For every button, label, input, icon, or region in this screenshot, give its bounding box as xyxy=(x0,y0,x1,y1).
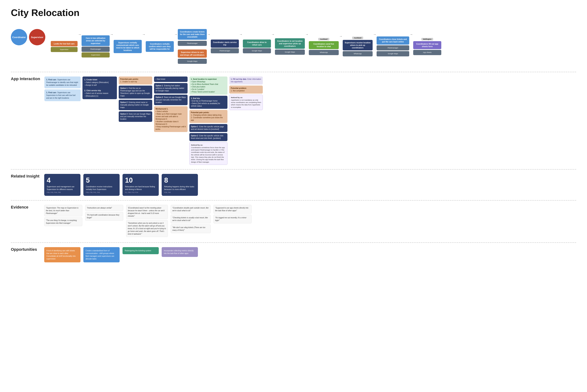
step-sup-receive: Auckland Supervisors receive location wh… xyxy=(343,37,373,56)
ai-findcars-2: 1. Find cars Supervisors use Supervision… xyxy=(44,90,81,101)
insight-card-8: 8 Refueling happens during other tasks b… xyxy=(162,174,198,196)
ai-pain-fill: Potential problem:1. Not completed xyxy=(229,86,263,94)
ai-fill-out: 1. Fill out trip data Enter information … xyxy=(229,76,263,84)
opp-3: Redesigning the ticketing system xyxy=(122,247,159,254)
evidence-section: Evidence "Supervision: The map on Superv… xyxy=(11,205,576,238)
insight-refs-5: F36, F38, F41, F43 xyxy=(86,192,117,193)
separator-2 xyxy=(11,169,576,170)
create-tickets-sub: Fleetmanager xyxy=(178,41,207,46)
arrow-7: → xyxy=(271,33,275,36)
ai-findcars-1: 1. Find cars Supervisors use Fleetmanage… xyxy=(44,76,81,88)
ai-noticed-1: Noticed by us:Coordinators sometimes for… xyxy=(189,142,227,165)
opp-4: Incorporate collecting metrics directly … xyxy=(162,247,198,257)
ev-q4-2: "Checking tickets is usually a last reso… xyxy=(171,215,211,224)
low-fuel-box: Looks for low fuel cars xyxy=(51,41,77,46)
ev-q2-2: "It's hard with coordinators because the… xyxy=(85,212,123,221)
refuel-sub: Google Maps xyxy=(243,48,271,54)
ev-q5-1: "Supposed to use app sheets directly int… xyxy=(213,205,252,214)
ai-end-trip: 1. End trip• End trip on Fleetmanager ho… xyxy=(189,96,227,109)
ai-start-opt2: Option 2 Does not use Google Maps and ju… xyxy=(154,95,188,105)
insight-number-5: 5 xyxy=(86,176,117,184)
opp-1: A tool of identifying cars with tickets … xyxy=(44,247,80,262)
step-sup-verbally: Supervisors verbally communicate which c… xyxy=(114,40,142,53)
section-label-ai: App Interaction xyxy=(11,76,40,81)
ai-col-findcars: 1. Find cars Supervisors use Fleetmanage… xyxy=(44,76,81,101)
ev-col-3: "[Coordinator] wasn't at the meeting pla… xyxy=(126,205,168,238)
step-coord-verbally: Coordinators verbally confirm which cars… xyxy=(146,41,174,52)
fill-out-box: Coordinators fill out app sheets form xyxy=(413,41,441,49)
insight-refs-4: F38, F43, F44, F45 xyxy=(47,192,78,193)
ev-q3-1: "[Coordinator] wasn't at the meeting pla… xyxy=(126,205,168,219)
section-label-ev: Evidence xyxy=(11,205,40,210)
arrow-11: → xyxy=(410,33,413,36)
step-service-trip: Coordinator starts service trip Fleetman… xyxy=(211,40,239,53)
ev-q3-2: "Sometimes when you try and unlock a car… xyxy=(126,220,168,237)
separator-1 xyxy=(11,72,576,72)
sup-receive-box: Supervisors receive location where to pi… xyxy=(343,40,373,50)
sup-receive-sub: WhatsApp xyxy=(343,51,373,56)
related-insight-section: Related Insight 4 Supervisors and manage… xyxy=(11,174,576,196)
insight-number-10: 10 xyxy=(125,176,156,184)
supervisor-actor: Supervisor xyxy=(29,29,45,45)
insight-desc-5: Coordinators receive instructions verbal… xyxy=(86,185,117,191)
insight-card-5: 5 Coordinators receive instructions verb… xyxy=(83,174,120,196)
step-create-tickets: Coordinators create tickets for the cars… xyxy=(178,29,207,64)
arrow-1: → xyxy=(78,33,81,36)
ai-col-painpoints: Potential pain points:1. Unable to start… xyxy=(119,76,152,122)
ai-send-location: 1. Send location to supervisor • Open Wh… xyxy=(189,76,227,95)
step-low-fuel: Looks for low fuel cars Supervision xyxy=(51,41,77,52)
step-refuel: Coordinators drive to refuel cars Google… xyxy=(243,40,271,53)
ai-start-ticket: • Start ticket xyxy=(154,76,188,82)
ai-option1: Option 1 Find the car on Fleetmanager ap… xyxy=(119,86,152,99)
cars-util-sub1: Fleetmanager xyxy=(81,46,110,52)
opportunity-items: A tool of identifying cars with tickets … xyxy=(44,247,198,262)
send-live-box: Coordinators send live location to chat xyxy=(309,41,339,49)
ev-col-5: "Supposed to use app sheets directly int… xyxy=(213,205,252,224)
ev-col-2: "Instructions are always verbal" "It's h… xyxy=(85,205,123,222)
close-tickets-sub1: Fleetmanager xyxy=(377,45,409,50)
insight-desc-10: Relocations are hard because finding and… xyxy=(125,185,156,191)
ev-col-4: "Coordinators double park outside resort… xyxy=(171,205,211,234)
close-tickets-sub2: Google Maps xyxy=(377,51,409,56)
insight-cards: 4 Supervisors and management use Supervi… xyxy=(44,174,198,196)
refuel-box: Coordinators drive to refuel cars xyxy=(243,40,271,48)
step-send-live: Auckland Coordinators send live location… xyxy=(309,38,339,55)
coordinator-actor: Coordinator xyxy=(11,29,27,45)
flow-steps: Looks for low fuel cars Supervision → Ca… xyxy=(51,29,441,64)
close-tickets-box: Coordinators close tickets and put the c… xyxy=(377,36,409,44)
insight-refs-8: F39, F40 xyxy=(164,192,195,193)
ai-option3: Option 3 Does not use Google Maps and ju… xyxy=(119,111,152,122)
ev-q1-2: "The one thing I'd change, is morphing S… xyxy=(44,218,82,226)
ai-create-ticket: 1. Create ticket • Select category [Relo… xyxy=(82,76,117,99)
ai-col-sendloc: 1. Send location to supervisor • Open Wh… xyxy=(189,76,227,165)
insight-card-10: 10 Relocations are hard because finding … xyxy=(122,174,159,196)
ev-q4-1: "Coordinators double park outside resort… xyxy=(171,205,211,214)
set-location-box: Coordinators to set location and supervi… xyxy=(275,38,305,49)
insight-desc-8: Refueling happens during other tasks bec… xyxy=(164,185,195,191)
opportunities-section: Opportunities A tool of identifying cars… xyxy=(11,247,576,262)
ai-col-fillout: 1. Fill out trip data Enter information … xyxy=(229,76,263,110)
section-label-op: Opportunities xyxy=(11,247,40,252)
service-trip-box: Coordinator starts service trip xyxy=(211,40,239,48)
low-fuel-sub: Supervision xyxy=(51,47,77,52)
sup-drives-sub: Google Maps xyxy=(178,59,207,64)
ai-pain-1: Potential pain points:1. Unable to start… xyxy=(119,76,152,84)
sup-verbal-box: Supervisors verbally communicate which c… xyxy=(114,40,142,53)
sup-drives-box: Supervisor drives to cars and drops off … xyxy=(178,50,207,58)
fill-out-sub: App sheets xyxy=(413,50,441,55)
step-close-tickets: Coordinators close tickets and put the c… xyxy=(377,36,409,56)
ai-endtrip-opt1: Option 1 Enter the specific vehicle page… xyxy=(189,124,227,132)
separator-4 xyxy=(11,242,576,243)
coord-verbal-box: Coordinators verbally confirm which cars… xyxy=(146,41,174,52)
arrow-2: → xyxy=(110,33,113,36)
service-trip-sub: Fleetmanager xyxy=(211,48,239,54)
ai-pain-endtrip: Potential pain points:1. Changing vehicl… xyxy=(189,110,227,123)
arrow-5: → xyxy=(207,33,210,36)
ai-col-ticket: 1. Create ticket • Select category [Relo… xyxy=(82,76,117,99)
evidence-cols: "Supervision: The map on Supervision is … xyxy=(44,205,252,238)
ai-workaround: Workaround 1. • Select vehicle• Make up … xyxy=(154,106,188,132)
ai-start-opt1: Option 1 Entering fuel station address o… xyxy=(154,83,188,94)
ev-q4-3: "We don't use vilog tickets (There are t… xyxy=(171,224,211,233)
step-set-location: Coordinators to set location and supervi… xyxy=(275,38,305,55)
arrow-6: → xyxy=(239,33,242,36)
